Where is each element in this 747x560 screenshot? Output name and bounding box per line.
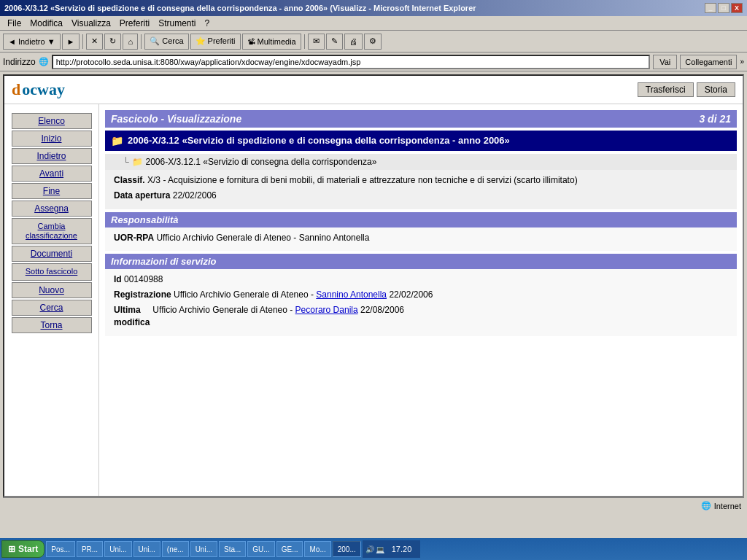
registrazione-org: Ufficio Archivio Generale di Ateneo <box>174 289 309 300</box>
back-button[interactable]: ◄ Indietro ▼ <box>3 34 61 50</box>
sub-entry: └ 📁 2006-X/3.12.1 «Servizio di consegna … <box>105 154 737 170</box>
fascicolo-count: 3 di 21 <box>699 113 731 125</box>
taskbar-item-4[interactable]: (ne... <box>162 541 189 557</box>
systray-icon2: 💻 <box>376 545 384 553</box>
toolbar-extra3[interactable]: 🖨 <box>344 34 363 50</box>
links-arrow-icon: » <box>740 58 744 66</box>
logo: d ocway <box>12 80 65 99</box>
classif-section: Classif. X/3 - Acquisizione e fornitura … <box>105 170 737 209</box>
info-servizio-section: Id 00140988 Registrazione Ufficio Archiv… <box>105 269 737 335</box>
menu-visualizza[interactable]: Visualizza <box>67 17 115 30</box>
classif-row: Classif. X/3 - Acquisizione e fornitura … <box>114 174 728 187</box>
menu-help[interactable]: ? <box>201 17 214 30</box>
menu-preferiti[interactable]: Preferiti <box>115 17 154 30</box>
data-apertura-label: Data apertura <box>114 190 170 201</box>
stop-button[interactable]: ✕ <box>86 34 103 50</box>
classif-value: X/3 - Acquisizione e fornitura di beni m… <box>147 175 578 185</box>
title-bar: 2006-X/3.12 «Servizio di spedizione e di… <box>0 0 747 16</box>
folder-icon-main: 📁 <box>111 135 123 147</box>
sidebar-elenco[interactable]: Elenco <box>12 113 92 129</box>
ultima-modifica-row: Ultimamodifica Ufficio Archivio Generale… <box>114 304 728 329</box>
taskbar-item-8[interactable]: GE... <box>276 541 303 557</box>
links-button[interactable]: Collegamenti <box>680 55 737 69</box>
taskbar-item-2[interactable]: Uni... <box>104 541 131 557</box>
uor-value: Ufficio Archivio Generale di Ateneo <box>156 233 291 243</box>
minimize-button[interactable]: _ <box>705 3 716 13</box>
fascicolo-title: Fascicolo - Visualizzazione <box>111 113 241 125</box>
menu-strumenti[interactable]: Strumenti <box>154 17 200 30</box>
sidebar-inizio[interactable]: Inizio <box>12 131 92 147</box>
zone-label: Internet <box>714 502 741 510</box>
taskbar-item-3[interactable]: Uni... <box>133 541 160 557</box>
ultima-modifica-org: Ufficio Archivio Generale di Ateneo <box>152 305 287 315</box>
sidebar-assegna[interactable]: Assegna <box>12 201 92 217</box>
header-buttons: Trasferisci Storia <box>638 82 735 97</box>
file-entry-main: 📁 2006-X/3.12 «Servizio di spedizione e … <box>105 131 737 151</box>
toolbar-extra4[interactable]: ⚙ <box>364 34 382 50</box>
registrazione-date: 22/02/2006 <box>389 289 433 300</box>
info-servizio-header: Informazioni di servizio <box>105 254 737 269</box>
taskbar-item-7[interactable]: GU... <box>247 541 274 557</box>
storia-button[interactable]: Storia <box>697 82 735 97</box>
favorites-button[interactable]: ⭐ Preferiti <box>190 34 241 50</box>
registrazione-label: Registrazione <box>114 289 171 300</box>
trasferisci-button[interactable]: Trasferisci <box>638 82 694 97</box>
folder-icon-sub: 📁 <box>132 157 143 167</box>
responsabilita-header: Responsabilità <box>105 212 737 228</box>
go-button[interactable]: Vai <box>653 55 677 69</box>
taskbar-item-10[interactable]: 200... <box>333 541 361 557</box>
taskbar-item-0[interactable]: Pos... <box>46 541 75 557</box>
windows-icon: ⊞ <box>8 544 15 554</box>
taskbar-item-9[interactable]: Mo... <box>304 541 330 557</box>
uor-row: UOR-RPA Ufficio Archivio Generale di Ate… <box>114 232 728 244</box>
id-row: Id 00140988 <box>114 273 728 286</box>
address-input[interactable] <box>52 55 650 69</box>
sidebar-torna[interactable]: Torna <box>12 317 92 333</box>
menu-file[interactable]: File <box>3 17 26 30</box>
ultima-modifica-label: Ultimamodifica <box>114 304 150 329</box>
sidebar-avanti[interactable]: Avanti <box>12 166 92 182</box>
address-icon: 🌐 <box>39 57 49 66</box>
address-bar: Indirizzo 🌐 Vai Collegamenti » <box>0 52 747 71</box>
sidebar-cerca[interactable]: Cerca <box>12 300 92 316</box>
sidebar-nuovo[interactable]: Nuovo <box>12 282 92 298</box>
uor-label: UOR-RPA <box>114 233 154 243</box>
refresh-button[interactable]: ↻ <box>104 34 121 50</box>
content-area: Fascicolo - Visualizzazione 3 di 21 📁 20… <box>99 104 743 496</box>
sidebar-cambia-classificazione[interactable]: Cambia classificazione <box>12 218 92 244</box>
zone-icon: 🌐 <box>701 501 711 510</box>
address-label: Indirizzo <box>3 57 36 67</box>
start-label: Start <box>18 544 38 554</box>
maximize-button[interactable]: □ <box>718 3 729 13</box>
sidebar-sotto-fascicolo[interactable]: Sotto fascicolo <box>12 263 92 280</box>
taskbar-item-1[interactable]: PR... <box>77 541 103 557</box>
page-header: d ocway Trasferisci Storia <box>4 76 743 104</box>
ultima-modifica-person[interactable]: Pecoraro Danila <box>295 305 358 315</box>
id-value: 00140988 <box>124 274 163 284</box>
home-button[interactable]: ⌂ <box>123 34 138 50</box>
toolbar-extra2[interactable]: ✎ <box>326 34 343 50</box>
taskbar-item-6[interactable]: Sta... <box>219 541 246 557</box>
close-button[interactable]: X <box>731 3 743 13</box>
taskbar-item-5[interactable]: Uni... <box>190 541 217 557</box>
status-zone: 🌐 Internet <box>701 501 741 510</box>
menu-modifica[interactable]: Modifica <box>26 17 67 30</box>
search-button[interactable]: 🔍 Cerca <box>144 34 188 50</box>
taskbar-clock: 17.20 <box>386 545 418 553</box>
sidebar-fine[interactable]: Fine <box>12 183 92 199</box>
registrazione-person[interactable]: Sannino Antonella <box>316 289 387 300</box>
sidebar: Elenco Inizio Indietro Avanti Fine Asseg… <box>4 104 99 496</box>
sub-file-title: 2006-X/3.12.1 «Servizio di consegna dell… <box>146 157 377 167</box>
systray-icon1: 🔊 <box>365 545 374 553</box>
forward-button[interactable]: ► <box>62 34 80 50</box>
window-title: 2006-X/3.12 «Servizio di spedizione e di… <box>4 4 476 12</box>
multimedia-button[interactable]: 📽 Multimedia <box>242 34 301 50</box>
start-button[interactable]: ⊞ Start <box>1 540 44 558</box>
sidebar-documenti[interactable]: Documenti <box>12 246 92 262</box>
main-layout: Elenco Inizio Indietro Avanti Fine Asseg… <box>4 104 743 496</box>
sidebar-indietro[interactable]: Indietro <box>12 148 92 164</box>
menu-bar: File Modifica Visualizza Preferiti Strum… <box>0 16 747 31</box>
main-file-title: 2006-X/3.12 «Servizio di spedizione e di… <box>128 135 510 146</box>
title-bar-buttons: _ □ X <box>705 3 743 13</box>
toolbar-extra1[interactable]: ✉ <box>308 34 325 50</box>
